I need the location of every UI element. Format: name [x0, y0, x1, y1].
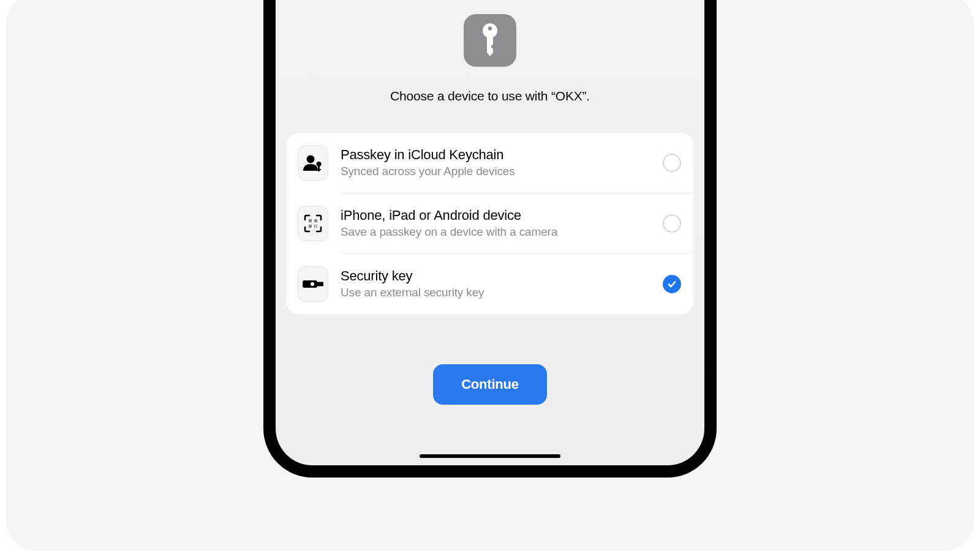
option-subtitle: Save a passkey on a device with a camera — [341, 225, 655, 240]
svg-rect-10 — [316, 225, 317, 226]
device-option-list: Passkey in iCloud Keychain Synced across… — [287, 133, 693, 314]
option-security-key[interactable]: Security key Use an external security ke… — [287, 254, 693, 314]
security-key-icon — [301, 278, 325, 290]
option-other-device[interactable]: iPhone, iPad or Android device Save a pa… — [287, 193, 693, 253]
person-key-icon — [303, 154, 323, 171]
option-icloud-keychain[interactable]: Passkey in iCloud Keychain Synced across… — [287, 133, 693, 193]
continue-button[interactable]: Continue — [433, 364, 547, 405]
sheet-header: Sign In — [276, 0, 704, 12]
svg-rect-12 — [316, 227, 317, 228]
radio-unchecked[interactable] — [663, 214, 681, 233]
phone-frame: Sign In Choose a device to use with “OKX… — [263, 0, 717, 478]
svg-rect-8 — [309, 225, 312, 228]
phone-screen: Sign In Choose a device to use with “OKX… — [276, 0, 704, 465]
checkmark-icon — [667, 279, 677, 289]
option-icon-wrap — [298, 206, 328, 241]
svg-rect-11 — [314, 227, 315, 228]
radio-checked[interactable] — [663, 275, 681, 293]
svg-rect-9 — [314, 225, 315, 226]
background-card: Sign In Choose a device to use with “OKX… — [6, 0, 974, 551]
option-subtitle: Use an external security key — [341, 285, 655, 301]
svg-rect-13 — [303, 280, 317, 288]
svg-point-1 — [488, 26, 492, 30]
option-content: iPhone, iPad or Android device Save a pa… — [341, 207, 655, 239]
svg-rect-7 — [314, 219, 317, 222]
radio-unchecked[interactable] — [663, 154, 681, 172]
option-title: Security key — [341, 268, 655, 285]
prompt-text: Choose a device to use with “OKX”. — [276, 89, 704, 103]
option-content: Passkey in iCloud Keychain Synced across… — [341, 146, 655, 179]
option-title: iPhone, iPad or Android device — [341, 207, 655, 224]
hero-section: Choose a device to use with “OKX”. — [276, 12, 704, 103]
option-icon-wrap — [298, 266, 328, 302]
svg-point-14 — [311, 282, 314, 286]
option-subtitle: Synced across your Apple devices — [341, 164, 655, 179]
home-indicator[interactable] — [420, 454, 560, 458]
svg-rect-4 — [318, 166, 320, 171]
passkey-app-icon — [464, 14, 516, 67]
svg-point-3 — [317, 162, 322, 167]
key-icon — [477, 22, 503, 59]
option-content: Security key Use an external security ke… — [341, 268, 655, 300]
svg-point-0 — [483, 23, 497, 38]
svg-rect-15 — [317, 282, 323, 287]
svg-point-2 — [307, 156, 315, 163]
qr-scan-icon — [304, 214, 322, 233]
svg-rect-5 — [318, 169, 321, 170]
option-title: Passkey in iCloud Keychain — [341, 146, 655, 163]
option-icon-wrap — [298, 145, 328, 181]
svg-rect-6 — [309, 219, 312, 222]
